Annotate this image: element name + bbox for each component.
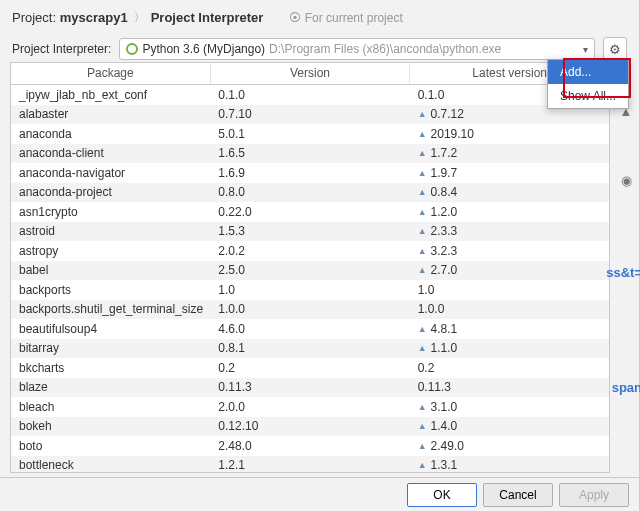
table-row[interactable]: backports1.01.0 — [11, 280, 609, 300]
pkg-name: bottleneck — [11, 458, 210, 472]
pkg-version: 2.48.0 — [210, 439, 409, 453]
table-row[interactable]: anaconda-client1.6.5▲1.7.2 — [11, 144, 609, 164]
upgrade-icon: ▲ — [418, 226, 427, 236]
upgrade-icon: ▲ — [418, 207, 427, 217]
pkg-latest: ▲2.7.0 — [410, 263, 609, 277]
table-row[interactable]: anaconda-navigator1.6.9▲1.9.7 — [11, 163, 609, 183]
apply-button[interactable]: Apply — [559, 483, 629, 507]
gear-button[interactable]: ⚙ — [603, 37, 627, 61]
pkg-latest: ▲4.8.1 — [410, 322, 609, 336]
upgrade-icon: ▲ — [418, 187, 427, 197]
cancel-button[interactable]: Cancel — [483, 483, 553, 507]
pkg-latest: ▲1.7.2 — [410, 146, 609, 160]
pkg-latest: ▲1.9.7 — [410, 166, 609, 180]
table-row[interactable]: _ipyw_jlab_nb_ext_conf0.1.00.1.0 — [11, 85, 609, 105]
table-row[interactable]: boto2.48.0▲2.49.0 — [11, 436, 609, 456]
table-row[interactable]: babel2.5.0▲2.7.0 — [11, 261, 609, 281]
pkg-version: 1.2.1 — [210, 458, 409, 472]
pkg-name: bleach — [11, 400, 210, 414]
pkg-latest: 1.0.0 — [410, 302, 609, 316]
table-row[interactable]: beautifulsoup44.6.0▲4.8.1 — [11, 319, 609, 339]
upgrade-icon: ▲ — [418, 148, 427, 158]
upgrade-icon: ▲ — [418, 246, 427, 256]
pkg-latest: ▲2.49.0 — [410, 439, 609, 453]
pkg-name: _ipyw_jlab_nb_ext_conf — [11, 88, 210, 102]
table-row[interactable]: backports.shutil_get_terminal_size1.0.01… — [11, 300, 609, 320]
pkg-latest: ▲3.1.0 — [410, 400, 609, 414]
pkg-name: anaconda-navigator — [11, 166, 210, 180]
interpreter-path: D:\Program Files (x86)\anconda\python.ex… — [269, 42, 501, 56]
pkg-name: anaconda — [11, 127, 210, 141]
pkg-version: 2.0.0 — [210, 400, 409, 414]
ok-button[interactable]: OK — [407, 483, 477, 507]
pkg-version: 0.12.10 — [210, 419, 409, 433]
pkg-latest: ▲3.2.3 — [410, 244, 609, 258]
interpreter-name: Python 3.6 (MyDjango) — [142, 42, 265, 56]
col-version[interactable]: Version — [211, 63, 411, 84]
eye-icon[interactable]: ◉ — [621, 173, 632, 188]
pkg-latest: 1.0 — [410, 283, 609, 297]
pkg-name: bkcharts — [11, 361, 210, 375]
pkg-version: 0.11.3 — [210, 380, 409, 394]
table-row[interactable]: astropy2.0.2▲3.2.3 — [11, 241, 609, 261]
upgrade-icon: ▲ — [418, 265, 427, 275]
upgrade-icon: ▲ — [418, 168, 427, 178]
menu-show-all[interactable]: Show All... — [548, 84, 628, 108]
interpreter-label: Project Interpreter: — [12, 42, 111, 56]
table-row[interactable]: anaconda-project0.8.0▲0.8.4 — [11, 183, 609, 203]
table-row[interactable]: bkcharts0.20.2 — [11, 358, 609, 378]
table-row[interactable]: alabaster0.7.10▲0.7.12 — [11, 105, 609, 125]
pkg-name: astropy — [11, 244, 210, 258]
pkg-version: 2.5.0 — [210, 263, 409, 277]
pkg-name: alabaster — [11, 107, 210, 121]
menu-add[interactable]: Add... — [548, 60, 628, 84]
pkg-latest: ▲1.2.0 — [410, 205, 609, 219]
pkg-version: 0.8.1 — [210, 341, 409, 355]
table-row[interactable]: asn1crypto0.22.0▲1.2.0 — [11, 202, 609, 222]
python-icon — [126, 43, 138, 55]
external-text-1: ss&t= — [606, 265, 640, 280]
pkg-version: 1.0 — [210, 283, 409, 297]
pkg-name: backports — [11, 283, 210, 297]
upgrade-icon: ▲ — [418, 402, 427, 412]
chevron-down-icon: ▾ — [583, 44, 588, 55]
external-text-2: span — [612, 380, 640, 395]
pkg-version: 0.1.0 — [210, 88, 409, 102]
table-row[interactable]: blaze0.11.30.11.3 — [11, 378, 609, 398]
pkg-name: astroid — [11, 224, 210, 238]
pkg-version: 1.5.3 — [210, 224, 409, 238]
pkg-latest: ▲1.3.1 — [410, 458, 609, 472]
project-label: Project: myscrapy1 — [12, 10, 128, 25]
table-row[interactable]: anaconda5.0.1▲2019.10 — [11, 124, 609, 144]
pkg-version: 1.6.9 — [210, 166, 409, 180]
col-package[interactable]: Package — [11, 63, 211, 84]
pkg-name: backports.shutil_get_terminal_size — [11, 302, 210, 316]
pkg-version: 1.0.0 — [210, 302, 409, 316]
pkg-version: 1.6.5 — [210, 146, 409, 160]
pkg-name: anaconda-client — [11, 146, 210, 160]
table-row[interactable]: bottleneck1.2.1▲1.3.1 — [11, 456, 609, 473]
pkg-name: bitarray — [11, 341, 210, 355]
page-title: Project Interpreter — [151, 10, 264, 25]
pkg-name: asn1crypto — [11, 205, 210, 219]
pkg-latest: ▲2019.10 — [410, 127, 609, 141]
gear-icon: ⚙ — [609, 42, 621, 57]
table-row[interactable]: bleach2.0.0▲3.1.0 — [11, 397, 609, 417]
table-row[interactable]: bitarray0.8.1▲1.1.0 — [11, 339, 609, 359]
pkg-latest: ▲0.7.12 — [410, 107, 609, 121]
pkg-latest: 0.2 — [410, 361, 609, 375]
pkg-name: blaze — [11, 380, 210, 394]
pkg-latest: ▲1.4.0 — [410, 419, 609, 433]
pkg-version: 0.22.0 — [210, 205, 409, 219]
upgrade-icon: ▲ — [418, 129, 427, 139]
table-row[interactable]: astroid1.5.3▲2.3.3 — [11, 222, 609, 242]
pkg-name: anaconda-project — [11, 185, 210, 199]
table-row[interactable]: bokeh0.12.10▲1.4.0 — [11, 417, 609, 437]
pkg-version: 5.0.1 — [210, 127, 409, 141]
pkg-name: beautifulsoup4 — [11, 322, 210, 336]
pkg-version: 0.8.0 — [210, 185, 409, 199]
interpreter-dropdown[interactable]: Python 3.6 (MyDjango) D:\Program Files (… — [119, 38, 595, 60]
upgrade-icon: ▲ — [418, 343, 427, 353]
pkg-name: bokeh — [11, 419, 210, 433]
pkg-name: babel — [11, 263, 210, 277]
